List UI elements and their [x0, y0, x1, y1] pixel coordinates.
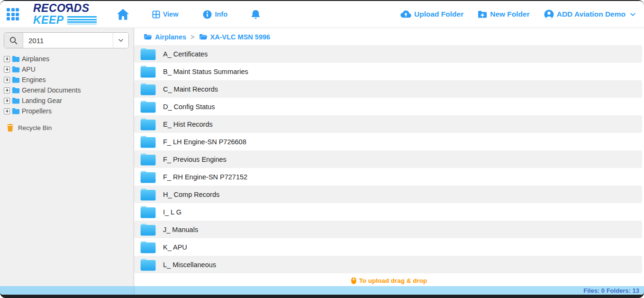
breadcrumb-label: Airplanes	[155, 33, 186, 41]
folder-name: B_ Maint Status Summaries	[163, 68, 248, 75]
folder-icon	[12, 56, 20, 62]
folder-name: F_ RH Engine-SN P727152	[163, 173, 247, 181]
folder-row[interactable]: J_ Manuals	[134, 221, 642, 238]
home-button[interactable]	[117, 9, 129, 20]
folder-plus-icon	[478, 10, 487, 19]
upload-folder-button[interactable]: Upload Folder	[400, 10, 463, 19]
search-icon	[9, 37, 18, 45]
browser-window-frame: RECORDS KEEP View	[0, 0, 644, 298]
folder-icon	[140, 224, 156, 236]
trash-icon	[7, 123, 14, 132]
folder-icon	[140, 101, 156, 113]
folder-icon	[140, 259, 156, 271]
new-folder-button[interactable]: New Folder	[478, 10, 530, 19]
tree-item-label: APU	[22, 65, 36, 73]
logo-stripes-decoration	[67, 16, 97, 24]
view-button-label: View	[163, 10, 179, 18]
folder-icon	[140, 171, 156, 183]
tree-item-label: Engines	[22, 76, 46, 84]
header-actions: Upload Folder New Folder ADD Aviation De…	[400, 9, 635, 19]
new-folder-label: New Folder	[490, 10, 530, 19]
folder-tree: Airplanes APU	[4, 54, 129, 116]
view-button[interactable]: View	[152, 10, 179, 19]
folder-icon	[140, 153, 156, 166]
folder-row[interactable]: K_ APU	[134, 238, 642, 256]
breadcrumb-item[interactable]: Airplanes	[144, 33, 186, 41]
expand-plus-icon[interactable]	[4, 87, 10, 93]
upload-drop-hint: To upload drag & drop	[134, 276, 644, 286]
expand-plus-icon[interactable]	[4, 66, 10, 73]
folder-name: K_ APU	[163, 243, 187, 251]
open-folder-icon	[144, 34, 152, 40]
account-name-label: ADD Aviation Demo	[557, 10, 626, 19]
folder-row[interactable]: B_ Maint Status Summaries	[134, 63, 642, 80]
tree-item[interactable]: Airplanes	[4, 54, 129, 64]
records-keep-logo[interactable]: RECORDS KEEP	[33, 3, 97, 26]
expand-plus-icon[interactable]	[4, 56, 10, 62]
files-folders-count: Files: 0 Folders: 13	[583, 287, 639, 294]
tree-item[interactable]: Engines	[4, 74, 129, 85]
folder-name: I_ L G	[163, 208, 181, 216]
expand-plus-icon[interactable]	[4, 98, 10, 104]
cloud-upload-icon	[400, 10, 411, 19]
folder-icon	[12, 76, 20, 83]
breadcrumb-label: XA-VLC MSN 5996	[210, 33, 271, 41]
folder-name: A_ Certificates	[163, 50, 208, 58]
folder-icon	[140, 65, 156, 78]
folder-icon	[140, 188, 156, 201]
folder-row[interactable]: L_ Miscellaneous	[134, 256, 642, 273]
folder-name: F_ Previous Engines	[163, 156, 227, 163]
folder-row[interactable]: I_ L G	[134, 203, 642, 221]
status-bar-sidebar-segment	[0, 286, 134, 295]
folder-row[interactable]: H_ Comp Records	[134, 186, 642, 203]
open-folder-icon	[199, 34, 208, 40]
account-menu-button[interactable]: ADD Aviation Demo	[544, 9, 635, 19]
folder-row[interactable]: F_ RH Engine-SN P727152	[134, 168, 642, 186]
folder-row[interactable]: F_ LH Engine-SN P726608	[134, 133, 642, 150]
logo-line-records: RECORDS	[33, 3, 97, 14]
tree-item[interactable]: Landing Gear	[4, 95, 129, 106]
tree-item[interactable]: General Documents	[4, 85, 129, 95]
expand-plus-icon[interactable]	[4, 77, 10, 83]
chevron-down-icon	[630, 13, 635, 16]
folder-row[interactable]: E_ Hist Records	[134, 115, 642, 133]
folder-name: F_ LH Engine-SN P726608	[163, 138, 246, 146]
folder-name: H_ Comp Records	[163, 191, 219, 198]
recycle-bin-label: Recycle Bin	[18, 124, 52, 131]
status-bar: Files: 0 Folders: 13	[0, 286, 644, 295]
notifications-button[interactable]	[250, 9, 261, 20]
content-area: Airplanes APU	[0, 28, 644, 286]
folder-list-panel: Airplanes XA-VLC MSN 5996	[134, 28, 644, 286]
search-dropdown-button[interactable]	[113, 33, 128, 48]
view-grid-icon	[152, 10, 160, 19]
bell-icon	[250, 9, 261, 20]
folder-icon	[140, 48, 156, 60]
search-button[interactable]	[4, 33, 23, 48]
recycle-bin-item[interactable]: Recycle Bin	[4, 123, 129, 132]
folder-row[interactable]: A_ Certificates	[134, 45, 642, 63]
folder-list: A_ Certificates B_ Maint Status Summarie…	[134, 45, 642, 273]
info-button[interactable]: Info	[203, 10, 227, 19]
tree-item-label: Propellers	[22, 107, 52, 115]
folder-row[interactable]: D_ Config Status	[134, 98, 642, 115]
folder-tree-sidebar: Airplanes APU	[0, 28, 134, 286]
home-icon	[117, 9, 129, 20]
mirrored-r-glyph: R	[65, 3, 73, 14]
upload-folder-label: Upload Folder	[414, 10, 463, 19]
tree-item-label: General Documents	[22, 86, 81, 94]
folder-icon	[140, 83, 156, 95]
folder-name: J_ Manuals	[163, 226, 198, 233]
folder-icon	[140, 241, 156, 253]
search-input[interactable]	[23, 33, 113, 48]
folder-icon	[12, 97, 20, 104]
folder-row[interactable]: C_ Maint Records	[134, 80, 642, 98]
folder-row[interactable]: F_ Previous Engines	[134, 150, 642, 168]
breadcrumb-item[interactable]: XA-VLC MSN 5996	[190, 33, 270, 41]
folder-name: D_ Config Status	[163, 103, 215, 111]
folder-name: E_ Hist Records	[163, 121, 213, 128]
app-launcher-grid-icon[interactable]	[7, 8, 19, 20]
folder-icon	[140, 206, 156, 218]
tree-item[interactable]: APU	[4, 64, 129, 74]
expand-plus-icon[interactable]	[4, 108, 10, 114]
tree-item[interactable]: Propellers	[4, 106, 129, 116]
